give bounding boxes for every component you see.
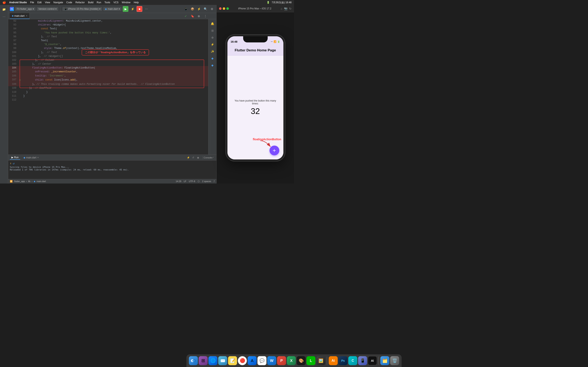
line-code: ), // This trailing comma makes auto-for… xyxy=(22,82,208,86)
menu-navigate[interactable]: Navigate xyxy=(53,1,63,4)
iphone-wifi-icon: 📶 xyxy=(274,40,277,43)
search-everywhere-icon[interactable]: 🔍 xyxy=(203,6,208,12)
time-display: 7月26日(金) 16:48 xyxy=(272,1,292,4)
settings-icon[interactable]: ⚙ xyxy=(209,6,215,12)
stop-button[interactable]: ■ xyxy=(137,6,142,12)
copy2-icon[interactable]: ⊕ xyxy=(210,35,215,40)
menu-android-studio[interactable]: Android Studio xyxy=(9,1,27,4)
sim-camera-icon[interactable]: 📷 xyxy=(284,7,287,10)
menu-run[interactable]: Run xyxy=(97,1,101,4)
flutter2-icon[interactable]: ◆ xyxy=(210,62,215,68)
vcs-branch-selector[interactable]: Version control ▾ xyxy=(37,7,58,11)
line-ending[interactable]: LF xyxy=(184,180,186,183)
menu-view[interactable]: View xyxy=(45,1,50,4)
line-code xyxy=(22,98,208,102)
run-file-dropdown-icon: ▾ xyxy=(119,8,120,10)
close-window-button[interactable] xyxy=(219,7,222,10)
menu-file[interactable]: File xyxy=(30,1,34,4)
floating-action-button[interactable]: + xyxy=(269,146,279,155)
file-tab-main-dart[interactable]: ◆ main.dart ✕ xyxy=(10,13,30,19)
menu-refactor[interactable]: Refactor xyxy=(76,1,85,4)
sdk-manager-icon[interactable]: 📦 xyxy=(190,6,195,12)
code-area[interactable]: 92 mainAxisAlignment: MainAxisAlignment.… xyxy=(8,19,208,155)
file-tab-label-bottom: main.dart xyxy=(26,156,36,159)
table-row: 106 tooltip: 'Increment', xyxy=(8,74,208,78)
app-bar-title: Flutter Demo Home Page xyxy=(234,48,276,52)
device-dropdown-icon: ▾ xyxy=(99,8,100,10)
lightning-button[interactable]: ⚡ xyxy=(130,6,135,12)
file-tab-bottom[interactable]: ◆ main.dart ✕ xyxy=(22,156,40,159)
close-tab-icon[interactable]: ✕ xyxy=(26,15,27,17)
lightning-bottom-icon[interactable]: ⚡ xyxy=(186,156,190,160)
magic-icon[interactable]: ✨ xyxy=(210,49,215,54)
line-number: 111 xyxy=(8,94,18,98)
line-marker xyxy=(18,23,22,27)
indent-label[interactable]: 2 spaces xyxy=(202,180,211,183)
sim-rotate-icon[interactable]: ↻ xyxy=(289,7,292,10)
line-marker xyxy=(18,43,22,47)
menu-code[interactable]: Code xyxy=(66,1,72,4)
close-bottom-tab-icon[interactable]: ✕ xyxy=(37,156,39,159)
encoding[interactable]: UTF-8 xyxy=(189,180,195,183)
file-tabs: ◆ main.dart ✕ ✓ 🔖 ⊕ ⋮ xyxy=(8,13,216,19)
device-icon: 📱 xyxy=(64,8,67,10)
iphone-dots-icon: ··· xyxy=(271,40,273,43)
iphone-status-right: ··· 📶 🔋 xyxy=(271,40,280,43)
vcs-label: Version control xyxy=(38,8,54,10)
menu-window[interactable]: Window xyxy=(122,1,130,4)
project-icon[interactable]: 📁 xyxy=(1,7,7,12)
run-file-selector[interactable]: ◆ main.dart ▾ xyxy=(103,7,121,11)
notification-icon[interactable]: 🔔 xyxy=(210,21,215,26)
table-row: 109 ); // Scaffold xyxy=(8,86,208,90)
run-tab-icon: ▶ xyxy=(11,156,13,159)
sim-home-icon[interactable]: ⌂ xyxy=(281,7,282,10)
bottom-tabs: ▶ Run ◆ main.dart ✕ ⚡ ↺ ◉ ⋮ Console xyxy=(8,155,216,160)
project-path: flutter_app › lib › ◆ main.dart xyxy=(14,180,46,183)
simulator-content: 16:48 ··· 📶 🔋 Flutter Demo Home Page You… xyxy=(217,12,294,184)
star-icon[interactable]: ⚡ xyxy=(210,42,215,47)
run-tab[interactable]: ▶ Run xyxy=(10,156,20,160)
minimize-window-button[interactable] xyxy=(223,7,225,10)
line-code: ); // Scaffold xyxy=(22,86,208,90)
layout-icon[interactable]: ⊞ xyxy=(210,28,215,33)
tab-options-icon[interactable]: ⋮ xyxy=(203,13,208,19)
file-icon-status: ◆ xyxy=(34,180,35,183)
git-icon: 🔀 xyxy=(10,180,13,183)
flash-icon[interactable]: ⚡ xyxy=(196,6,202,12)
line-marker xyxy=(18,50,22,54)
cursor-position[interactable]: 14:29 xyxy=(176,180,181,183)
bookmark-icon[interactable]: 🔖 xyxy=(190,13,195,19)
menubar-right-icons: 🔋 7月26日(金) 16:48 xyxy=(267,1,292,4)
flutter-icon[interactable]: ◆ xyxy=(210,55,215,61)
line-marker xyxy=(18,98,22,102)
line-code: 'You have pushed the button this many ti… xyxy=(22,31,208,35)
fab-annotation-area: floatingActionButton xyxy=(232,137,281,141)
line-code: floatingActionButton: FloatingActionButt… xyxy=(22,66,208,70)
apple-logo-icon[interactable]: 🍎 xyxy=(2,1,6,4)
line-code: ), // Column xyxy=(22,58,208,62)
maximize-window-button[interactable] xyxy=(226,7,229,10)
reload-icon[interactable]: ↺ xyxy=(191,156,195,160)
device-manager-icon[interactable]: 📱 xyxy=(183,6,189,12)
device-name: iPhone 15 Pro Max (mobile) xyxy=(68,8,98,10)
counter-label: You have pushed the button this many tim… xyxy=(232,99,279,105)
line-number: 93 xyxy=(8,23,18,27)
menu-help[interactable]: Help xyxy=(134,1,139,4)
line-marker xyxy=(18,35,22,39)
table-row: 108 ), // This trailing comma makes auto… xyxy=(8,82,208,86)
iphone-frame: 16:48 ··· 📶 🔋 Flutter Demo Home Page You… xyxy=(226,35,285,161)
device-selector[interactable]: 📱 iPhone 15 Pro Max (mobile) ▾ xyxy=(62,7,102,11)
more-run-options[interactable]: ⋯ xyxy=(144,6,149,12)
run-button[interactable]: ▶ xyxy=(123,6,129,12)
menu-tools[interactable]: Tools xyxy=(104,1,110,4)
console-output: ↑ ↺ Syncing files to device iPhone 15 Pr… xyxy=(8,160,216,179)
menu-edit[interactable]: Edit xyxy=(37,1,42,4)
copy-icon[interactable]: ⊕ xyxy=(196,13,202,19)
project-selector[interactable]: FA flutter_app ▾ xyxy=(15,7,35,11)
more-icon[interactable]: ⋯ xyxy=(1,14,7,20)
filter-icon[interactable]: ◉ xyxy=(196,156,200,160)
expand-console-icon[interactable]: ⤢ xyxy=(211,156,215,160)
menu-vcs[interactable]: VCS xyxy=(113,1,119,4)
menu-build[interactable]: Build xyxy=(88,1,94,4)
ide-toolbar: FA FA flutter_app ▾ Version control ▾ 📱 … xyxy=(8,5,216,13)
